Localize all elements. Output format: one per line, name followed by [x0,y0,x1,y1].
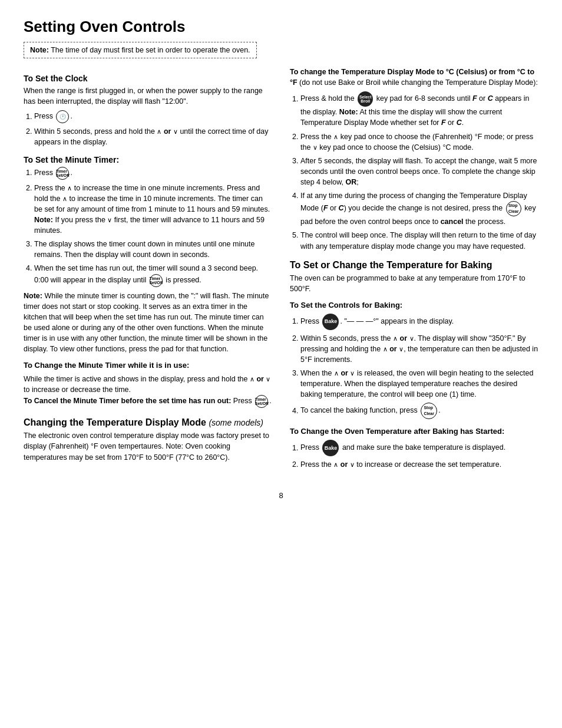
list-item: If at any time during the process of cha… [300,190,538,227]
list-item: When the set time has run out, the timer… [34,263,272,286]
select-broil-button: SelectBroil [358,91,373,107]
change-temp-display-title: To change the Temperature Display Mode t… [290,67,538,88]
list-item: Press the key pad once to choose the (Fa… [300,131,538,153]
list-item: Press Bake. "— — —°" appears in the disp… [300,314,538,330]
down-arrow-icon [173,127,178,136]
minute-timer-title: To Set the Minute Timer: [24,155,272,164]
clock-button: 🕐 [56,110,69,123]
up-arrow-icon [333,133,338,141]
left-column: To Set the Clock When the range is first… [24,67,272,473]
set-clock-intro: When the range is first plugged in, or w… [24,85,272,107]
temp-display-title: Changing the Temperature Display Mode (s… [24,417,272,428]
up-arrow-icon [157,127,161,136]
page-title: Setting Oven Controls [24,18,538,36]
baking-steps: Press Bake. "— — —°" appears in the disp… [300,314,538,420]
temp-display-text: The electronic oven control temperature … [24,430,272,462]
down-arrow-icon [350,460,355,469]
down-arrow-icon [399,345,404,353]
two-col-layout: To Set the Clock When the range is first… [24,67,538,473]
stop-clear-button: StopClear [506,201,521,216]
up-arrow-icon [333,460,338,469]
down-arrow-icon [350,369,355,377]
up-arrow-icon [383,345,388,353]
minute-timer-note: Note: While the minute timer is counting… [24,291,272,355]
list-item: The display shows the timer count down i… [34,239,272,260]
change-timer-text: While the timer is active and shows in t… [24,374,272,408]
controls-baking-title: To Set the Controls for Baking: [290,300,538,311]
list-item: Within 5 seconds, press and hold the or … [34,126,272,147]
change-temp-display-steps: Press & hold the SelectBroil key pad for… [300,91,538,251]
right-column: To change the Temperature Display Mode t… [290,67,538,473]
timer-button-inline: TimerSet/Off [150,274,163,287]
list-item: Press Bake and make sure the bake temper… [300,440,538,456]
list-item: The control will beep once. The display … [300,230,538,251]
bake-button: Bake [322,314,339,330]
list-item: Within 5 seconds, press the or . The dis… [300,333,538,365]
change-timer-title: To Change the Minute Timer while it is i… [24,360,272,371]
list-item: Press & hold the SelectBroil key pad for… [300,91,538,128]
list-item: After 5 seconds, the display will flash.… [300,156,538,187]
list-item: Press the or to increase or decrease the… [300,459,538,470]
list-item: When the or is released, the oven will b… [300,368,538,400]
set-clock-steps: Press 🕐. Within 5 seconds, press and hol… [34,110,272,147]
bake-button-2: Bake [322,440,339,456]
baking-intro: The oven can be programmed to bake at an… [290,273,538,294]
change-temp-after-steps: Press Bake and make sure the bake temper… [300,440,538,470]
note-box: Note: The time of day must first be set … [24,42,257,58]
up-arrow-icon [393,334,398,342]
down-arrow-icon [409,334,414,342]
down-arrow-icon [313,143,318,151]
page-number: 8 [24,491,538,500]
list-item: To cancel the baking function, press Sto… [300,403,538,419]
timer-button: TimerSet/Off [56,167,69,180]
stop-clear-button-bake: StopClear [421,403,437,419]
note-text: Note: The time of day must first be set … [30,46,250,54]
list-item: Press the to increase the time in one mi… [34,183,272,236]
minute-timer-steps: Press TimerSet/Off. Press the to increas… [34,167,272,287]
up-arrow-icon [62,195,67,203]
up-arrow-icon [334,369,339,377]
list-item: Press TimerSet/Off. [34,167,272,180]
list-item: Press 🕐. [34,110,272,123]
baking-title: To Set or Change the Temperature for Bak… [290,260,538,271]
down-arrow-icon [107,216,112,224]
up-arrow-icon [67,184,72,192]
set-clock-title: To Set the Clock [24,74,272,83]
change-temp-after-title: To Change the Oven Temperature after Bak… [290,426,538,437]
down-arrow-icon [266,375,270,383]
up-arrow-icon [250,375,254,383]
temp-display-subtitle: (some models) [209,418,263,427]
timer-button-cancel: TimerSet/Off [255,395,268,408]
